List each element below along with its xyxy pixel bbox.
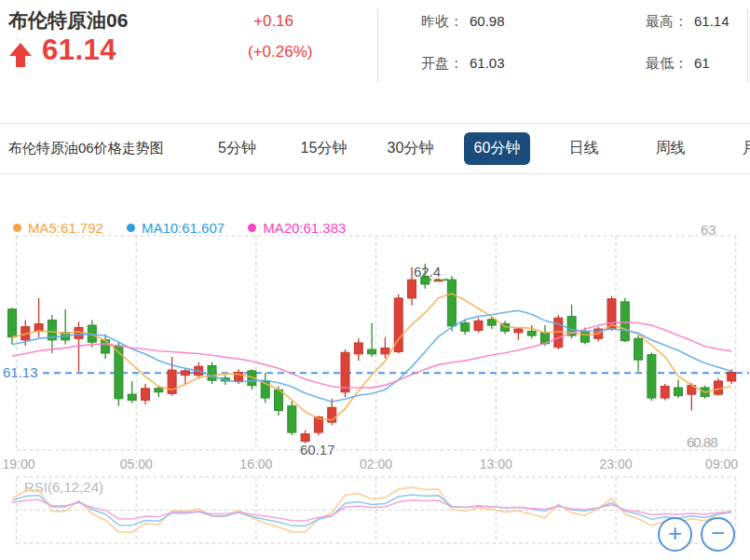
ma-legend-item: MA10:61.607	[127, 220, 225, 236]
ma-color-dot-icon	[13, 224, 21, 232]
current-price-line-label: 61.13	[3, 364, 38, 380]
zoom-in-button[interactable]: +	[658, 517, 692, 552]
ma-legend: MA5:61.792MA10:61.607MA20:61.383	[13, 220, 346, 236]
ma-legend-item: MA5:61.792	[13, 220, 103, 236]
rsi-lines	[12, 487, 731, 532]
rsi12-line	[12, 495, 731, 526]
x-axis-label: 19:00	[3, 457, 35, 471]
y-axis-min-label: 60.88	[687, 434, 717, 450]
x-axis-label: 23:00	[599, 457, 632, 471]
ma-color-dot-icon	[248, 224, 256, 232]
high-annotation: 62.4	[414, 264, 441, 280]
x-axis-label: 09:00	[705, 457, 738, 471]
rsi6-line	[12, 487, 731, 532]
ma-legend-text: MA10:61.607	[142, 220, 225, 236]
x-axis-label: 13:00	[480, 457, 512, 471]
candles-layer	[8, 264, 736, 444]
x-axis-label: 05:00	[120, 457, 153, 471]
grid	[17, 236, 736, 543]
zoom-out-button[interactable]: −	[701, 517, 735, 552]
rsi24-line	[12, 499, 731, 521]
x-axis-label: 16:00	[239, 457, 272, 471]
ma5-line	[12, 294, 731, 420]
x-axis-label: 02:00	[360, 457, 392, 471]
ma20-line	[12, 322, 731, 388]
low-annotation: 60.17	[300, 442, 335, 458]
y-axis-max-label: 63	[701, 222, 716, 238]
rsi-indicator-label: RSI(6,12,24)	[24, 479, 103, 495]
ma-color-dot-icon	[127, 224, 135, 232]
ma10-line	[12, 310, 731, 402]
ma-legend-item: MA20:61.383	[248, 220, 346, 236]
chart-area: MA5:61.792MA10:61.607MA20:61.383 63 60.8…	[0, 0, 750, 560]
price-chart-svg	[0, 0, 750, 560]
ma-legend-text: MA20:61.383	[263, 220, 346, 236]
ma-lines	[12, 294, 731, 420]
ma-legend-text: MA5:61.792	[28, 220, 103, 236]
